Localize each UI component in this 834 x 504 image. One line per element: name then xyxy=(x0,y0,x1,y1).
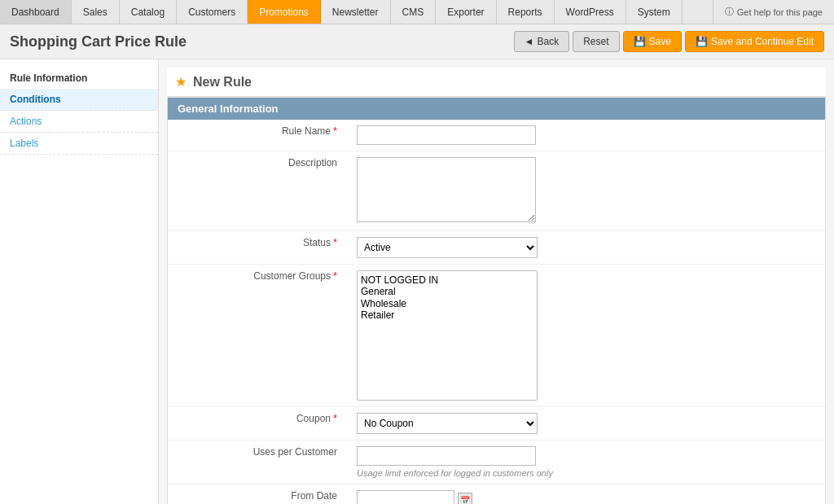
help-icon: ⓘ xyxy=(725,6,734,18)
nav-item-promotions[interactable]: Promotions xyxy=(248,0,321,24)
from-date-calendar-icon[interactable]: 📅 xyxy=(458,493,472,504)
back-arrow-icon: ◄ xyxy=(525,36,534,47)
status-required: * xyxy=(333,237,337,248)
coupon-required: * xyxy=(333,413,337,424)
required-indicator: * xyxy=(333,125,337,137)
coupon-select[interactable]: No CouponSpecific CouponAuto Generated C… xyxy=(357,413,538,434)
rule-name-row: Rule Name * xyxy=(168,120,825,151)
status-select[interactable]: ActiveInactive xyxy=(357,237,538,258)
save-button[interactable]: 💾 Save xyxy=(623,31,682,52)
from-date-cell: 📅 xyxy=(347,484,825,505)
save-continue-button[interactable]: 💾 Save and Continue Edit xyxy=(685,31,824,52)
customer-groups-field-cell: NOT LOGGED INGeneralWholesaleRetailer xyxy=(347,265,825,407)
coupon-field-cell: No CouponSpecific CouponAuto Generated C… xyxy=(347,407,825,440)
sidebar: Rule Information ConditionsActionsLabels xyxy=(0,59,159,504)
usage-hint: Usage limit enforced for logged in custo… xyxy=(357,468,815,478)
content-area: Rule Information ConditionsActionsLabels… xyxy=(0,59,834,504)
nav-item-system[interactable]: System xyxy=(626,0,683,24)
status-field-cell: ActiveInactive xyxy=(347,231,825,265)
nav-item-catalog[interactable]: Catalog xyxy=(120,0,177,24)
coupon-row: Coupon * No CouponSpecific CouponAuto Ge… xyxy=(168,407,825,440)
from-date-input[interactable] xyxy=(357,490,454,504)
from-date-label: From Date xyxy=(168,484,347,505)
nav-item-sales[interactable]: Sales xyxy=(72,0,120,24)
rule-name-input[interactable] xyxy=(357,125,536,145)
page-title: Shopping Cart Price Rule xyxy=(10,33,187,50)
new-rule-bar: ★ New Rule xyxy=(167,68,826,97)
top-nav: DashboardSalesCatalogCustomersPromotions… xyxy=(0,0,834,24)
form-section: General Information Rule Name * Descript… xyxy=(167,97,826,504)
nav-item-wordpress[interactable]: WordPress xyxy=(555,0,626,24)
uses-per-customer-input[interactable] xyxy=(357,446,536,466)
uses-per-customer-row: Uses per Customer Usage limit enforced f… xyxy=(168,440,825,484)
nav-item-exporter[interactable]: Exporter xyxy=(436,0,496,24)
nav-item-reports[interactable]: Reports xyxy=(497,0,555,24)
coupon-label: Coupon * xyxy=(168,407,347,440)
section-header: General Information xyxy=(168,98,825,120)
nav-item-newsletter[interactable]: Newsletter xyxy=(321,0,391,24)
sidebar-item-actions[interactable]: Actions xyxy=(0,111,158,133)
sidebar-item-conditions[interactable]: Conditions xyxy=(0,89,158,111)
general-info-form: Rule Name * Description xyxy=(168,120,825,504)
status-label: Status * xyxy=(168,231,347,265)
from-date-row: From Date 📅 xyxy=(168,484,825,505)
status-row: Status * ActiveInactive xyxy=(168,231,825,265)
help-link[interactable]: ⓘ Get help for this page xyxy=(713,0,834,24)
nav-item-cms[interactable]: CMS xyxy=(391,0,437,24)
groups-required: * xyxy=(333,270,337,282)
description-label: Description xyxy=(168,151,347,231)
page-header: Shopping Cart Price Rule ◄ Back Reset 💾 … xyxy=(0,24,834,59)
from-date-wrap: 📅 xyxy=(357,490,815,504)
customer-groups-select[interactable]: NOT LOGGED INGeneralWholesaleRetailer xyxy=(357,270,538,401)
rule-name-label: Rule Name * xyxy=(168,120,347,151)
uses-per-customer-label: Uses per Customer xyxy=(168,440,347,484)
save-continue-icon: 💾 xyxy=(696,36,708,47)
sidebar-group-title: Rule Information xyxy=(0,68,158,89)
new-rule-star-icon: ★ xyxy=(175,74,187,90)
main-content: ★ New Rule General Information Rule Name… xyxy=(159,59,834,504)
customer-groups-row: Customer Groups * NOT LOGGED INGeneralWh… xyxy=(168,265,825,407)
description-field-cell xyxy=(347,151,825,231)
new-rule-title: New Rule xyxy=(193,75,252,90)
description-input[interactable] xyxy=(357,157,536,222)
uses-per-customer-cell: Usage limit enforced for logged in custo… xyxy=(347,440,825,484)
header-buttons: ◄ Back Reset 💾 Save 💾 Save and Continue … xyxy=(514,31,824,52)
nav-item-dashboard[interactable]: Dashboard xyxy=(0,0,72,24)
description-row: Description xyxy=(168,151,825,231)
sidebar-item-labels[interactable]: Labels xyxy=(0,133,158,155)
help-text: Get help for this page xyxy=(737,7,823,17)
reset-button[interactable]: Reset xyxy=(573,31,619,52)
customer-groups-label: Customer Groups * xyxy=(168,265,347,407)
rule-name-field-cell xyxy=(347,120,825,151)
nav-item-customers[interactable]: Customers xyxy=(177,0,248,24)
back-button[interactable]: ◄ Back xyxy=(514,31,570,52)
save-icon: 💾 xyxy=(634,36,646,47)
